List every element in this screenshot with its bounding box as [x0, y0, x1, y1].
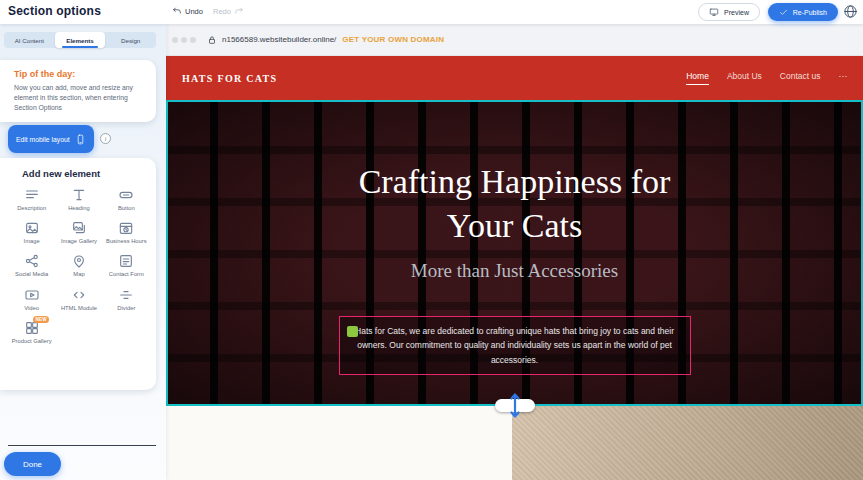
hero-headline-line2: Your Cats — [359, 204, 671, 248]
republish-label: Re-Publish — [793, 9, 827, 16]
add-new-element-title: Add new element — [22, 168, 150, 179]
check-icon — [779, 8, 788, 17]
element-heading[interactable]: Heading — [55, 187, 102, 212]
tab-label: AI Content — [15, 37, 44, 44]
add-new-element-panel: Add new element Description Heading Butt… — [0, 158, 156, 390]
heading-icon — [71, 187, 87, 203]
hero-text-element[interactable]: Hats for Cats, we are dedicated to craft… — [339, 316, 691, 375]
divider-icon — [118, 287, 134, 303]
hero-section[interactable]: Crafting Happiness for Your Cats More th… — [166, 100, 863, 406]
tab-ai-content[interactable]: AI Content — [4, 32, 55, 48]
element-product-gallery[interactable]: NEW Product Gallery — [8, 320, 55, 345]
element-label: Image Gallery — [61, 238, 97, 245]
undo-icon — [172, 6, 182, 16]
edit-mobile-layout-button[interactable]: Edit mobile layout — [8, 125, 94, 153]
tab-label: Elements — [66, 37, 94, 44]
tip-body: Now you can add, move and resize any ele… — [14, 83, 146, 114]
redo-label: Redo — [213, 7, 231, 16]
info-icon[interactable]: i — [100, 133, 111, 144]
browser-dot — [181, 37, 187, 43]
tip-title: Tip of the day: — [14, 69, 146, 79]
element-html-module[interactable]: HTML Module — [55, 287, 102, 312]
republish-button[interactable]: Re-Publish — [768, 3, 838, 21]
element-label: Contact Form — [109, 271, 144, 278]
hero-headline[interactable]: Crafting Happiness for Your Cats — [359, 160, 671, 247]
element-label: Map — [73, 271, 84, 278]
button-icon — [118, 187, 134, 203]
element-business-hours[interactable]: Business Hours — [103, 220, 150, 245]
map-icon — [71, 253, 87, 269]
ai-write-icon[interactable] — [347, 326, 358, 337]
nav-about-us[interactable]: About Us — [727, 71, 762, 85]
mobile-phone-icon — [75, 132, 86, 147]
edit-mobile-label: Edit mobile layout — [16, 136, 70, 143]
preview-button[interactable]: Preview — [698, 3, 760, 21]
element-social-media[interactable]: Social Media — [8, 253, 55, 278]
monitor-icon — [709, 7, 719, 17]
element-description[interactable]: Description — [8, 187, 55, 212]
element-label: Button — [118, 205, 135, 212]
image-icon — [24, 220, 40, 236]
tab-design[interactable]: Design — [105, 32, 156, 48]
undo-button[interactable]: Undo — [172, 6, 203, 16]
lock-icon — [207, 35, 217, 45]
site-nav: Home About Us Contact us ⋯ — [686, 71, 847, 85]
image-gallery-icon — [71, 220, 87, 236]
nav-home[interactable]: Home — [686, 71, 709, 85]
preview-label: Preview — [724, 9, 749, 16]
get-domain-link[interactable]: GET YOUR OWN DOMAIN — [342, 35, 444, 44]
element-label: Product Gallery — [12, 338, 52, 345]
done-button[interactable]: Done — [4, 452, 61, 476]
element-label: HTML Module — [61, 305, 97, 312]
hero-subheadline[interactable]: More than Just Accessories — [411, 260, 618, 282]
element-map[interactable]: Map — [55, 253, 102, 278]
business-hours-icon — [118, 220, 134, 236]
browser-dot — [190, 37, 196, 43]
sidebar-tabs: AI Content Elements Design — [4, 32, 156, 48]
hero-headline-line1: Crafting Happiness for — [359, 160, 671, 204]
element-button[interactable]: Button — [103, 187, 150, 212]
site-logo[interactable]: HATS FOR CATS — [182, 73, 277, 84]
language-globe-button[interactable] — [843, 4, 858, 19]
element-grid: Description Heading Button Image Image G… — [8, 187, 150, 345]
element-label: Description — [17, 205, 46, 212]
element-label: Heading — [68, 205, 90, 212]
element-contact-form[interactable]: Contact Form — [103, 253, 150, 278]
nav-more-menu[interactable]: ⋯ — [839, 71, 848, 85]
element-label: Business Hours — [106, 238, 147, 245]
tab-elements[interactable]: Elements — [55, 32, 106, 48]
undo-label: Undo — [185, 7, 203, 16]
sidebar-divider — [8, 445, 156, 446]
element-image-gallery[interactable]: Image Gallery — [55, 220, 102, 245]
tab-label: Design — [121, 37, 140, 44]
tip-of-the-day-card: Tip of the day: Now you can add, move an… — [0, 60, 156, 122]
section-resize-handle[interactable] — [495, 399, 535, 412]
site-header: HATS FOR CATS Home About Us Contact us ⋯ — [166, 56, 863, 100]
done-label: Done — [23, 460, 42, 469]
element-label: Divider — [117, 305, 135, 312]
social-media-icon — [24, 253, 40, 269]
html-module-icon — [71, 287, 87, 303]
element-label: Image — [24, 238, 40, 245]
browser-dot — [172, 37, 178, 43]
website-canvas: HATS FOR CATS Home About Us Contact us ⋯… — [166, 56, 863, 480]
contact-form-icon — [118, 253, 134, 269]
topbar: Section options Undo Redo Preview Re-Pub… — [0, 0, 863, 24]
page-title: Section options — [8, 4, 101, 18]
browser-chrome-bar: n1566589.websitebuilder.online/ GET YOUR… — [166, 24, 863, 56]
next-section-background[interactable] — [166, 406, 512, 480]
redo-button[interactable]: Redo — [213, 6, 244, 16]
element-label: Social Media — [15, 271, 48, 278]
resize-arrows-icon — [509, 393, 521, 418]
element-divider[interactable]: Divider — [103, 287, 150, 312]
new-badge: NEW — [33, 316, 49, 323]
sidebar: AI Content Elements Design Tip of the da… — [0, 24, 166, 480]
hero-body-text: Hats for Cats, we are dedicated to craft… — [355, 326, 674, 365]
next-section-image[interactable] — [512, 406, 863, 480]
element-image[interactable]: Image — [8, 220, 55, 245]
site-url: n1566589.websitebuilder.online/ — [222, 35, 336, 44]
redo-icon — [234, 6, 244, 16]
video-icon — [24, 287, 40, 303]
nav-contact-us[interactable]: Contact us — [780, 71, 821, 85]
element-video[interactable]: Video — [8, 287, 55, 312]
